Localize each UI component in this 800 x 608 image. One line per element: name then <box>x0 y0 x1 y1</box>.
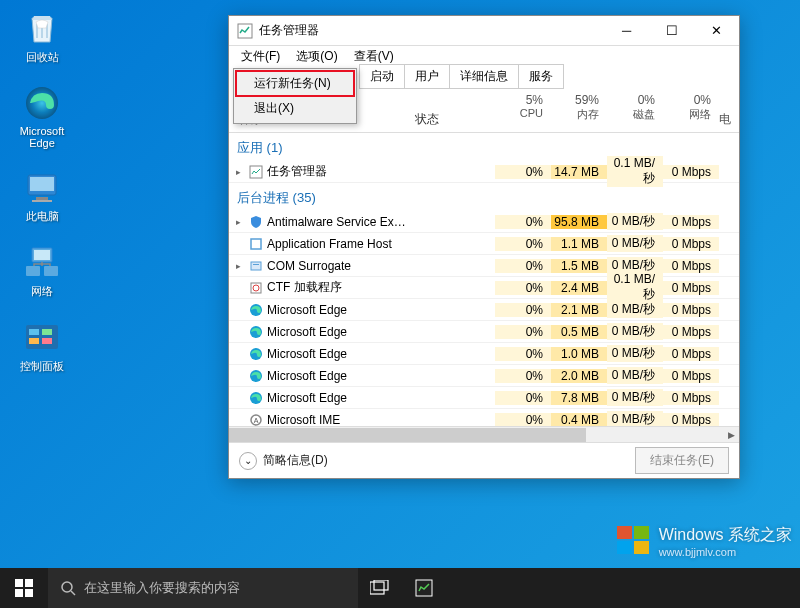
task-view-button[interactable] <box>358 568 402 608</box>
process-name: 任务管理器 <box>265 163 411 180</box>
scroll-right-arrow[interactable]: ▶ <box>723 427 739 443</box>
process-name: Microsoft Edge <box>265 325 411 339</box>
expand-toggle[interactable]: ▸ <box>229 217 247 227</box>
process-row[interactable]: Microsoft Edge0%2.0 MB0 MB/秒0 Mbps <box>229 365 739 387</box>
footer: ⌄ 简略信息(D) 结束任务(E) <box>229 442 739 478</box>
window-title: 任务管理器 <box>259 22 604 39</box>
minimize-button[interactable]: ─ <box>604 16 649 46</box>
desktop-icon-label: 此电脑 <box>26 209 59 224</box>
network-cell: 0 Mbps <box>663 413 719 427</box>
process-row[interactable]: ▸Antimalware Service Executa...0%95.8 MB… <box>229 211 739 233</box>
svg-rect-38 <box>370 582 384 594</box>
start-button[interactable] <box>0 568 48 608</box>
brief-info-toggle[interactable]: ⌄ 简略信息(D) <box>239 452 635 470</box>
file-dropdown-menu: 运行新任务(N) 退出(X) <box>233 68 357 124</box>
disk-cell: 0 MB/秒 <box>607 235 663 252</box>
memory-cell: 2.0 MB <box>551 369 607 383</box>
network-cell: 0 Mbps <box>663 369 719 383</box>
process-row[interactable]: ▸任务管理器0%14.7 MB0.1 MB/秒0 Mbps <box>229 161 739 183</box>
menu-exit[interactable]: 退出(X) <box>236 96 354 121</box>
disk-cell: 0 MB/秒 <box>607 213 663 230</box>
process-icon <box>247 303 265 317</box>
desktop-icon-edge[interactable]: Microsoft Edge <box>8 83 76 149</box>
taskbar-app-task-manager[interactable] <box>402 568 446 608</box>
expand-toggle[interactable]: ▸ <box>229 261 247 271</box>
disk-cell: 0.1 MB/秒 <box>607 272 663 303</box>
tab-users[interactable]: 用户 <box>404 64 450 89</box>
watermark-title: Windows 系统之家 <box>659 525 792 546</box>
tab-startup[interactable]: 启动 <box>359 64 405 89</box>
menu-file[interactable]: 文件(F) <box>233 46 288 67</box>
svg-line-37 <box>71 591 75 595</box>
menu-options[interactable]: 选项(O) <box>288 46 345 67</box>
svg-rect-18 <box>253 264 259 265</box>
desktop: 回收站 Microsoft Edge 此电脑 网络 控制面板 <box>0 0 84 400</box>
process-name: Application Frame Host <box>265 237 411 251</box>
desktop-icon-label: 网络 <box>31 284 53 299</box>
process-name: Antimalware Service Executa... <box>265 215 411 229</box>
menu-run-new-task[interactable]: 运行新任务(N) <box>236 71 354 96</box>
memory-cell: 1.0 MB <box>551 347 607 361</box>
svg-rect-30 <box>617 541 632 554</box>
col-status[interactable]: 状态 <box>411 89 495 132</box>
desktop-icon-recycle-bin[interactable]: 回收站 <box>8 8 76 65</box>
col-network[interactable]: 0%网络 <box>663 89 719 132</box>
svg-rect-8 <box>44 266 58 276</box>
titlebar[interactable]: 任务管理器 ─ ☐ ✕ <box>229 16 739 46</box>
memory-cell: 0.5 MB <box>551 325 607 339</box>
close-button[interactable]: ✕ <box>694 16 739 46</box>
process-name: COM Surrogate <box>265 259 411 273</box>
process-row[interactable]: Microsoft Edge0%1.0 MB0 MB/秒0 Mbps <box>229 343 739 365</box>
col-extra[interactable]: 电 <box>719 89 739 132</box>
process-row[interactable]: Microsoft Edge0%0.5 MB0 MB/秒0 Mbps <box>229 321 739 343</box>
process-name: Microsoft Edge <box>265 303 411 317</box>
svg-rect-33 <box>25 579 33 587</box>
horizontal-scrollbar[interactable]: ◀ ▶ <box>229 426 739 442</box>
process-row[interactable]: CTF 加载程序0%2.4 MB0.1 MB/秒0 Mbps <box>229 277 739 299</box>
cpu-cell: 0% <box>495 303 551 317</box>
taskbar-search[interactable]: 在这里输入你要搜索的内容 <box>48 568 358 608</box>
disk-cell: 0 MB/秒 <box>607 301 663 318</box>
tab-services[interactable]: 服务 <box>518 64 564 89</box>
expand-toggle[interactable]: ▸ <box>229 167 247 177</box>
process-row[interactable]: Microsoft Edge0%2.1 MB0 MB/秒0 Mbps <box>229 299 739 321</box>
process-row[interactable]: Application Frame Host0%1.1 MB0 MB/秒0 Mb… <box>229 233 739 255</box>
col-cpu[interactable]: 5%CPU <box>495 89 551 132</box>
windows-logo-icon <box>615 522 653 560</box>
process-list[interactable]: 应用 (1) ▸任务管理器0%14.7 MB0.1 MB/秒0 Mbps 后台进… <box>229 133 739 426</box>
memory-cell: 1.1 MB <box>551 237 607 251</box>
desktop-icon-this-pc[interactable]: 此电脑 <box>8 167 76 224</box>
col-disk[interactable]: 0%磁盘 <box>607 89 663 132</box>
network-cell: 0 Mbps <box>663 259 719 273</box>
memory-cell: 0.4 MB <box>551 413 607 427</box>
svg-rect-11 <box>42 329 52 335</box>
svg-rect-2 <box>30 177 54 191</box>
cpu-cell: 0% <box>495 215 551 229</box>
memory-cell: 2.1 MB <box>551 303 607 317</box>
process-row[interactable]: Microsoft Edge0%7.8 MB0 MB/秒0 Mbps <box>229 387 739 409</box>
network-cell: 0 Mbps <box>663 391 719 405</box>
scroll-thumb[interactable] <box>229 428 586 442</box>
svg-rect-6 <box>34 250 50 260</box>
svg-rect-17 <box>251 262 261 270</box>
cpu-cell: 0% <box>495 237 551 251</box>
process-name: Microsoft Edge <box>265 347 411 361</box>
task-manager-window: 任务管理器 ─ ☐ ✕ 文件(F) 选项(O) 查看(V) 运行新任务(N) 退… <box>228 15 740 479</box>
cpu-cell: 0% <box>495 165 551 179</box>
desktop-icon-control-panel[interactable]: 控制面板 <box>8 317 76 374</box>
search-placeholder: 在这里输入你要搜索的内容 <box>84 579 240 597</box>
tab-details[interactable]: 详细信息 <box>449 64 519 89</box>
col-memory[interactable]: 59%内存 <box>551 89 607 132</box>
maximize-button[interactable]: ☐ <box>649 16 694 46</box>
desktop-icon-network[interactable]: 网络 <box>8 242 76 299</box>
process-row[interactable]: AMicrosoft IME0%0.4 MB0 MB/秒0 Mbps <box>229 409 739 426</box>
group-background[interactable]: 后台进程 (35) <box>229 183 739 211</box>
network-cell: 0 Mbps <box>663 215 719 229</box>
taskbar[interactable]: 在这里输入你要搜索的内容 <box>0 568 800 608</box>
end-task-button[interactable]: 结束任务(E) <box>635 447 729 474</box>
process-icon <box>247 259 265 273</box>
svg-rect-10 <box>29 329 39 335</box>
memory-cell: 7.8 MB <box>551 391 607 405</box>
disk-cell: 0 MB/秒 <box>607 367 663 384</box>
watermark-url: www.bjjmlv.com <box>659 546 792 558</box>
